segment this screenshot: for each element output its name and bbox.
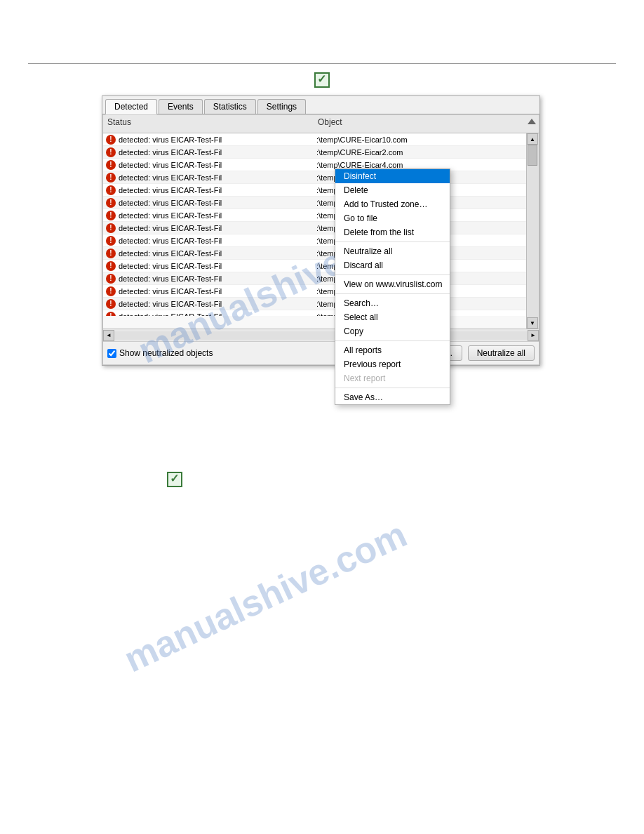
row-status-text: detected: virus EICAR-Test-Fil bbox=[119, 262, 222, 270]
context-menu-item[interactable]: Neutralize all bbox=[335, 244, 450, 258]
row-status-cell: !detected: virus EICAR-Test-Fil bbox=[103, 249, 314, 258]
table-row[interactable]: !detected: virus EICAR-Test-Fil:\temp\CU… bbox=[103, 197, 526, 209]
neutralize-all-button[interactable]: Neutralize all bbox=[468, 345, 535, 361]
error-icon: ! bbox=[106, 198, 116, 208]
row-status-cell: !detected: virus EICAR-Test-Fil bbox=[103, 147, 314, 157]
col-status-header: Status bbox=[103, 117, 314, 131]
error-icon: ! bbox=[106, 173, 116, 183]
col-object-header: Object bbox=[314, 117, 526, 131]
top-divider bbox=[28, 63, 616, 64]
tab-events[interactable]: Events bbox=[159, 99, 203, 114]
error-icon: ! bbox=[106, 286, 116, 296]
row-status-cell: !detected: virus EICAR-Test-Fil bbox=[103, 261, 314, 271]
h-scroll-left-arrow[interactable]: ◄ bbox=[103, 330, 114, 341]
context-menu-separator bbox=[335, 388, 450, 388]
error-icon: ! bbox=[106, 147, 116, 157]
row-object-cell: :\temp\CURE-Eicar2.com bbox=[314, 148, 526, 157]
top-checkmark-icon bbox=[314, 72, 330, 88]
context-menu-item[interactable]: Disinfect bbox=[335, 169, 450, 183]
context-menu: DisinfectDeleteAdd to Trusted zone…Go to… bbox=[335, 168, 450, 405]
error-icon: ! bbox=[106, 185, 116, 195]
col-scroll-header bbox=[526, 117, 539, 131]
show-neutralized-checkbox[interactable] bbox=[107, 349, 116, 358]
row-object-cell: :\temp\CURE-Eicar10.com bbox=[314, 135, 526, 144]
table-row[interactable]: !detected: virus EICAR-Test-Fil:\temp\CU… bbox=[103, 146, 526, 159]
row-status-text: detected: virus EICAR-Test-Fil bbox=[119, 274, 222, 283]
row-status-text: detected: virus EICAR-Test-Fil bbox=[119, 249, 222, 258]
error-icon: ! bbox=[106, 211, 116, 220]
row-object-cell: :\temp\CURE-Eicar4.com bbox=[314, 161, 526, 169]
row-status-cell: !detected: virus EICAR-Test-Fil bbox=[103, 286, 314, 296]
context-menu-separator bbox=[335, 274, 450, 275]
table-row[interactable]: !detected: virus EICAR-Test-Fil:\temp\CU… bbox=[103, 159, 526, 171]
top-checkmark-wrapper bbox=[0, 72, 644, 90]
table-row[interactable]: !detected: virus EICAR-Test-Fil:\temp\DE… bbox=[103, 247, 526, 260]
context-menu-item[interactable]: Save As… bbox=[335, 390, 450, 404]
horizontal-scrollbar[interactable]: ◄ ► bbox=[103, 329, 539, 341]
context-menu-item[interactable]: View on www.viruslist.com bbox=[335, 277, 450, 291]
svg-marker-0 bbox=[528, 119, 536, 124]
table-row[interactable]: !detected: virus EICAR-Test-Fil:\temp\DE… bbox=[103, 310, 526, 316]
sort-icon bbox=[526, 117, 537, 128]
dialog-footer: Show neutralized objects Actions… Neutra… bbox=[103, 341, 539, 364]
error-icon: ! bbox=[106, 236, 116, 246]
h-scroll-right-arrow[interactable]: ► bbox=[528, 330, 539, 341]
table-row[interactable]: !detected: virus EICAR-Test-Fil:\temp\DE… bbox=[103, 285, 526, 298]
table-row[interactable]: !detected: virus EICAR-Test-Fil:\temp\DE… bbox=[103, 272, 526, 285]
table-row[interactable]: !detected: virus EICAR-Test-Fil:\temp\DE… bbox=[103, 234, 526, 247]
error-icon: ! bbox=[106, 261, 116, 271]
watermark-2: manualshive.com bbox=[118, 513, 413, 681]
context-menu-item[interactable]: Select all bbox=[335, 310, 450, 324]
row-status-text: detected: virus EICAR-Test-Fil bbox=[119, 161, 222, 169]
error-icon: ! bbox=[106, 135, 116, 145]
context-menu-item[interactable]: Discard all bbox=[335, 258, 450, 272]
row-status-text: detected: virus EICAR-Test-Fil bbox=[119, 148, 222, 157]
table-row[interactable]: !detected: virus EICAR-Test-Fil:\temp\DE… bbox=[103, 260, 526, 272]
row-status-cell: !detected: virus EICAR-Test-Fil bbox=[103, 135, 314, 145]
scroll-thumb[interactable] bbox=[528, 145, 537, 166]
context-menu-item[interactable]: Go to file bbox=[335, 211, 450, 225]
tab-detected[interactable]: Detected bbox=[105, 99, 157, 114]
table-rows[interactable]: !detected: virus EICAR-Test-Fil:\temp\CU… bbox=[103, 133, 526, 316]
table-row[interactable]: !detected: virus EICAR-Test-Fil:\temp\CU… bbox=[103, 171, 526, 184]
context-menu-item[interactable]: All reports bbox=[335, 343, 450, 357]
table-row[interactable]: !detected: virus EICAR-Test-Fil:\temp\CU… bbox=[103, 209, 526, 222]
context-menu-separator bbox=[335, 293, 450, 294]
second-checkmark-wrapper bbox=[167, 472, 182, 489]
context-menu-item[interactable]: Previous report bbox=[335, 357, 450, 371]
context-menu-item[interactable]: Delete from the list bbox=[335, 225, 450, 239]
context-menu-item[interactable]: Delete bbox=[335, 183, 450, 197]
row-status-text: detected: virus EICAR-Test-Fil bbox=[119, 173, 222, 182]
context-menu-separator bbox=[335, 340, 450, 341]
row-status-cell: !detected: virus EICAR-Test-Fil bbox=[103, 312, 314, 317]
row-status-text: detected: virus EICAR-Test-Fil bbox=[119, 211, 222, 220]
row-status-cell: !detected: virus EICAR-Test-Fil bbox=[103, 223, 314, 233]
table-row[interactable]: !detected: virus EICAR-Test-Fil:\temp\DE… bbox=[103, 298, 526, 310]
scroll-up-arrow[interactable]: ▲ bbox=[527, 133, 538, 145]
row-status-cell: !detected: virus EICAR-Test-Fil bbox=[103, 211, 314, 220]
table-container: !detected: virus EICAR-Test-Fil:\temp\CU… bbox=[103, 133, 539, 329]
context-menu-item[interactable]: Copy bbox=[335, 324, 450, 338]
context-menu-item[interactable]: Add to Trusted zone… bbox=[335, 197, 450, 211]
dialog-content: Status Object !detected: virus EICAR-Tes… bbox=[102, 114, 539, 365]
table-row[interactable]: !detected: virus EICAR-Test-Fil:\temp\CU… bbox=[103, 184, 526, 197]
row-status-cell: !detected: virus EICAR-Test-Fil bbox=[103, 236, 314, 246]
context-menu-item[interactable]: Search… bbox=[335, 296, 450, 310]
table-row[interactable]: !detected: virus EICAR-Test-Fil:\temp\CU… bbox=[103, 133, 526, 146]
row-status-cell: !detected: virus EICAR-Test-Fil bbox=[103, 299, 314, 309]
tab-settings[interactable]: Settings bbox=[257, 99, 306, 114]
error-icon: ! bbox=[106, 299, 116, 309]
table-row[interactable]: !detected: virus EICAR-Test-Fil:\temp\DE… bbox=[103, 222, 526, 234]
error-icon: ! bbox=[106, 223, 116, 233]
row-status-text: detected: virus EICAR-Test-Fil bbox=[119, 199, 222, 207]
row-status-text: detected: virus EICAR-Test-Fil bbox=[119, 237, 222, 245]
row-status-text: detected: virus EICAR-Test-Fil bbox=[119, 300, 222, 308]
table-header: Status Object bbox=[103, 115, 539, 133]
context-menu-item: Next report bbox=[335, 371, 450, 385]
vertical-scrollbar[interactable]: ▲ ▼ bbox=[526, 133, 539, 329]
tab-statistics[interactable]: Statistics bbox=[204, 99, 256, 114]
row-status-cell: !detected: virus EICAR-Test-Fil bbox=[103, 198, 314, 208]
scroll-down-arrow[interactable]: ▼ bbox=[527, 317, 538, 329]
row-status-text: detected: virus EICAR-Test-Fil bbox=[119, 224, 222, 232]
h-scroll-track bbox=[114, 331, 528, 340]
